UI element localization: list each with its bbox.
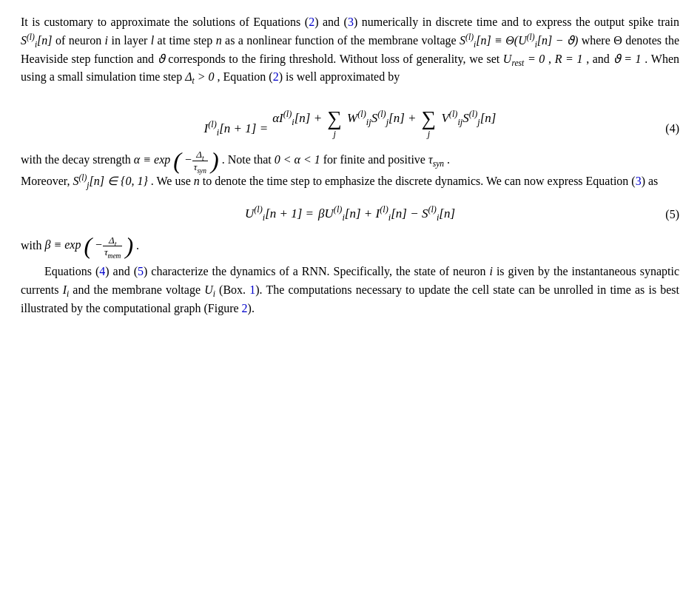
- math-tau-syn: τsyn: [428, 153, 444, 166]
- link-eq5[interactable]: 5: [138, 265, 144, 277]
- math-Ui: Ui: [204, 283, 215, 296]
- p3-text-mid: to denote the time step to emphasize the…: [203, 175, 659, 187]
- paragraph-4: with β ≡ exp ( −Δtτmem ) .: [21, 235, 679, 259]
- p2-text-mid2: for finite and positive: [323, 153, 428, 166]
- paragraph-1: It is customary to approximate the solut…: [21, 13, 679, 87]
- math-Ii: Ii: [63, 283, 70, 296]
- p5-text-start: Equations (4) and (5) characterize the d…: [44, 265, 489, 277]
- math-alpha-range: 0 < α < 1: [275, 153, 320, 166]
- p1-text-mid4: as a nonlinear function of the membrane …: [225, 34, 460, 47]
- p4-text-start: with: [21, 238, 44, 251]
- equation-5: U(l)i[n + 1] = βU(l)i[n] + I(l)i[n] − S(…: [245, 204, 455, 223]
- p2-text-mid1: . Note that: [222, 153, 275, 166]
- p2-text-end: .: [151, 175, 154, 187]
- p1-text-mid3: at time step: [158, 34, 216, 47]
- math-R: R = 1: [555, 53, 583, 65]
- link-box1[interactable]: 1: [249, 283, 255, 296]
- eq4-rhs: αI(l)i[n] + j ∑ j W(l)ijS(l)j[n] + j ∑ j…: [272, 100, 496, 138]
- paragraph-5: Equations (4) and (5) characterize the d…: [21, 263, 679, 317]
- p1-text-end: , Equation (2) is well approximated by: [218, 70, 400, 83]
- p1-comma1: ,: [548, 53, 555, 65]
- link-eq2[interactable]: 2: [309, 16, 314, 28]
- math-spike-train: S(l)i[n]: [21, 34, 55, 47]
- p1-and: , and: [586, 53, 613, 65]
- p5-text-mid2: and the membrane voltage: [73, 283, 204, 296]
- eq5-rhs: βU(l)i[n] + I(l)i[n] − S(l)i[n]: [318, 204, 455, 223]
- math-S-set: S(l)j[n] ∈ {0, 1}: [73, 175, 147, 187]
- p1-text-mid1: of neuron: [55, 34, 105, 47]
- math-membrane-eq: S(l)i[n] ≡ Θ(U(l)i[n] − ϑ): [460, 34, 582, 47]
- eq4-number: (4): [665, 120, 679, 138]
- p1-text-mid6: corresponds to the firing threshold. Wit…: [168, 53, 502, 65]
- p4-period: .: [136, 238, 139, 251]
- link-fig2[interactable]: 2: [242, 302, 248, 314]
- math-timestep-n: n: [216, 34, 222, 47]
- link-eq3[interactable]: 3: [348, 16, 354, 28]
- math-beta-def: β ≡ exp ( −Δtτmem ): [44, 238, 136, 251]
- math-neuron-i: i: [105, 34, 108, 47]
- math-n-symbol: n: [194, 175, 200, 187]
- link-eq4[interactable]: 4: [99, 265, 105, 277]
- p2-text-start: with the decay strength: [21, 153, 134, 166]
- math-alpha-def: α ≡ exp ( −Δtτsyn ): [134, 153, 222, 166]
- link-eq3b[interactable]: 3: [636, 175, 642, 187]
- equation-4-container: I(l)i[n + 1] = αI(l)i[n] + j ∑ j W(l)ijS…: [21, 100, 679, 138]
- link-eq2b[interactable]: 2: [273, 70, 279, 83]
- math-urest: Urest = 0: [503, 53, 545, 65]
- p3-text-start: We use: [157, 175, 194, 187]
- equation-4: I(l)i[n + 1] = αI(l)i[n] + j ∑ j W(l)ijS…: [204, 100, 497, 138]
- p1-text-start: It is customary to approximate the solut…: [21, 16, 679, 28]
- equation-5-container: U(l)i[n + 1] = βU(l)i[n] + I(l)i[n] − S(…: [21, 204, 679, 223]
- eq5-number: (5): [665, 206, 679, 224]
- math-theta: ϑ: [158, 53, 165, 65]
- p1-text-mid2: in layer: [111, 34, 150, 47]
- eq5-lhs: U(l)i[n + 1] =: [245, 204, 314, 223]
- main-content: It is customary to approximate the solut…: [21, 13, 679, 318]
- eq4-lhs: I(l)i[n + 1] =: [204, 119, 269, 138]
- math-neuron-i2: i: [489, 265, 492, 277]
- math-delta-t: Δt > 0: [185, 70, 214, 83]
- paragraph-2: with the decay strength α ≡ exp ( −Δtτsy…: [21, 149, 679, 191]
- p2-moreover: Moreover,: [21, 175, 73, 187]
- math-theta-eq: ϑ = 1: [613, 53, 642, 65]
- p2-period: .: [447, 153, 450, 166]
- math-layer-l: l: [151, 34, 154, 47]
